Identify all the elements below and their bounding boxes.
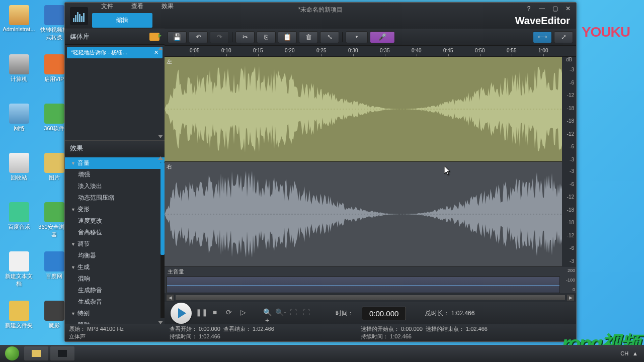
scroll-up-icon[interactable]: [158, 47, 163, 50]
waveform-left[interactable]: 左: [165, 57, 562, 162]
effect-fade[interactable]: 淡入淡出: [65, 180, 165, 192]
paste-button[interactable]: 📋: [278, 31, 297, 43]
effects-header: 效果: [65, 140, 165, 156]
pause-button[interactable]: ❚❚: [196, 308, 206, 318]
system-tray[interactable]: CH ▲: [620, 350, 642, 356]
waveform-right[interactable]: 右: [165, 162, 562, 267]
effect-equalizer[interactable]: 均衡器: [65, 250, 165, 261]
svg-rect-3: [79, 14, 80, 22]
media-item-label: *轻轻地告诉你 - 杨钰…: [71, 49, 128, 56]
db-value: -3: [563, 168, 575, 174]
effect-cat-volume[interactable]: 音量: [65, 157, 165, 169]
crop-button[interactable]: ⤡: [320, 31, 339, 43]
scale-val: 0: [563, 287, 575, 292]
taskbar[interactable]: CH ▲: [0, 345, 644, 362]
orig-label: 原始：: [69, 326, 86, 332]
scale-val: -100: [563, 278, 575, 283]
desktop-admin[interactable]: Administrat...: [3, 5, 35, 32]
effect-pitch[interactable]: 音高移位: [65, 227, 165, 238]
open-folder-icon[interactable]: [149, 33, 159, 41]
effect-cat-adjust[interactable]: 调节: [65, 238, 165, 250]
scroll-right-icon[interactable]: ▶: [567, 295, 574, 301]
effect-silence[interactable]: 生成静音: [65, 285, 165, 296]
master-volume-label: 主音量: [165, 267, 562, 277]
ruler-tick: 0:50: [475, 48, 485, 53]
menu-view[interactable]: 查看: [122, 1, 152, 12]
db-value: -18: [563, 118, 575, 124]
menu-edit[interactable]: 编辑: [92, 13, 152, 28]
db-value: -3: [563, 67, 575, 72]
master-volume-track[interactable]: 主音量: [165, 267, 562, 293]
task-explorer[interactable]: [24, 346, 48, 360]
cut-button[interactable]: ✂: [235, 31, 255, 43]
desktop-network[interactable]: 网络: [3, 104, 35, 132]
redo-button[interactable]: ↷: [210, 31, 229, 43]
toolbar: 💾 ↶ ↷ ✂ ⎘ 📋 🗑 ⤡ ▼ 🎤 ⟷ ⤢: [165, 29, 576, 46]
play-button[interactable]: [171, 303, 192, 324]
effect-enhance[interactable]: 增强: [65, 169, 165, 180]
undo-button[interactable]: ↶: [189, 31, 208, 43]
tray-icon[interactable]: ▲: [632, 350, 638, 356]
scroll-left-icon[interactable]: ◀: [167, 295, 174, 301]
effect-cat-special[interactable]: 特别: [65, 308, 165, 319]
help-button[interactable]: ?: [524, 5, 534, 13]
scroll-down-icon[interactable]: [158, 321, 163, 324]
desktop-newtxt[interactable]: 新建文本文档: [3, 251, 35, 288]
ruler-tick: 0:30: [348, 48, 358, 53]
effect-cat-transform[interactable]: 变形: [65, 204, 165, 215]
flag-button[interactable]: ▼: [346, 31, 368, 43]
delete-button[interactable]: 🗑: [299, 31, 318, 43]
db-value: -12: [563, 194, 575, 200]
loop-button[interactable]: ⟳: [224, 308, 234, 318]
ruler-tick: 0:25: [316, 48, 326, 53]
label: 新建文本文档: [3, 273, 35, 288]
scroll-thumb[interactable]: [160, 162, 165, 255]
zoom-out-button[interactable]: 🔍-: [275, 308, 285, 318]
minimize-button[interactable]: —: [537, 5, 547, 13]
play-selection-button[interactable]: ▷: [238, 308, 248, 318]
close-button[interactable]: ✕: [563, 5, 573, 13]
effect-dynamic[interactable]: 动态范围压缩: [65, 192, 165, 204]
menu-file[interactable]: 文件: [92, 1, 122, 12]
zoom-sel-button[interactable]: ⤢: [554, 31, 573, 43]
effect-denoise[interactable]: 降噪: [65, 319, 165, 324]
time-label: 时间：: [336, 309, 354, 318]
maximize-button[interactable]: ▢: [550, 5, 560, 13]
fit-button[interactable]: ⟷: [533, 31, 552, 43]
effect-cat-generate[interactable]: 生成: [65, 261, 165, 273]
ruler-tick: 0:40: [412, 48, 421, 53]
start-button[interactable]: [2, 346, 22, 361]
effects-scrollbar[interactable]: [159, 156, 165, 324]
desktop-computer[interactable]: 计算机: [3, 54, 35, 83]
copy-button[interactable]: ⎘: [257, 31, 276, 43]
effect-noise[interactable]: 生成杂音: [65, 296, 165, 308]
time-display[interactable]: 0:00.000: [362, 307, 406, 320]
channel-right-label: 右: [167, 163, 172, 170]
save-button[interactable]: 💾: [168, 31, 187, 43]
scroll-thumb[interactable]: [176, 295, 565, 300]
desktop-baidu-music[interactable]: 百度音乐: [3, 202, 35, 231]
ruler-tick: 0:15: [253, 48, 263, 53]
menu-effects[interactable]: 效果: [152, 1, 183, 12]
zoom-fit-button[interactable]: ⛶: [288, 308, 298, 318]
effect-speed[interactable]: 速度更改: [65, 215, 165, 227]
timeline-ruler[interactable]: 0:050:100:150:200:250:300:350:400:450:50…: [165, 46, 576, 57]
scroll-down-icon[interactable]: [158, 135, 163, 138]
record-button[interactable]: 🎤: [370, 31, 395, 43]
media-item[interactable]: *轻轻地告诉你 - 杨钰… ✕: [67, 47, 163, 58]
db-value: -6: [563, 245, 575, 251]
effect-reverb[interactable]: 混响: [65, 273, 165, 285]
horizontal-scrollbar[interactable]: ◀ ▶: [165, 293, 576, 302]
left-panel: 媒体库 *轻轻地告诉你 - 杨钰… ✕ 效果 音量 增强 淡入淡出 动态: [65, 29, 165, 324]
titlebar[interactable]: 文件 查看 效果 编辑 *未命名的新项目 WaveEditor ? — ▢ ✕: [65, 3, 576, 29]
stop-button[interactable]: ■: [210, 308, 220, 318]
zoom-all-button[interactable]: ⛶: [301, 308, 311, 318]
media-library-header: 媒体库: [65, 29, 165, 45]
desktop-newfolder[interactable]: 新建文件夹: [3, 301, 35, 329]
transport-bar: ❚❚ ■ ⟳ ▷ 🔍+ 🔍- ⛶ ⛶ 时间： 0:00.000 总时长： 1:0…: [165, 302, 576, 324]
scroll-up-icon[interactable]: [158, 156, 163, 160]
zoom-in-button[interactable]: 🔍+: [262, 308, 272, 318]
lang-indicator[interactable]: CH: [620, 350, 628, 356]
desktop-recycle[interactable]: 回收站: [3, 153, 35, 182]
task-waveeditor[interactable]: [50, 346, 74, 360]
